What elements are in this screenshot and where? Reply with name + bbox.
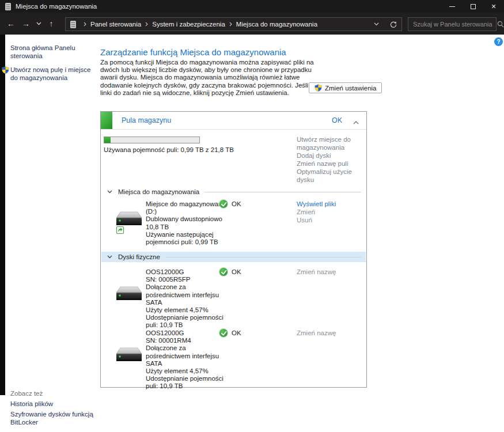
sidebar-item-create-pool-label: Utwórz nową pulę i miejsce do magazynowa… [10,66,90,81]
sidebar-link-bitlocker[interactable]: Szyfrowanie dysków funkcją BitLocker [10,411,97,426]
physical-drive-details: OOS12000G SN: 0005R5FP Dołączone za pośr… [146,268,230,329]
storage-space-resiliency: Dublowany dwustopniowo [146,215,230,223]
forward-button[interactable]: → [18,19,33,28]
chevron-down-icon [36,22,41,25]
breadcrumb-separator-icon [84,22,86,26]
drive-attach-line3: SATA [146,299,230,306]
physical-drive-icon [116,347,143,363]
chevron-down-icon [107,190,112,194]
close-icon: × [491,2,496,10]
window-title: Miejsca do magazynowania [16,3,97,10]
storage-space-name: Miejsce do magazynowania [146,200,230,208]
pool-task-links: Utwórz miejsce do magazynowania Dodaj dy… [297,135,368,184]
rename-drive-link[interactable]: Zmień nazwę [297,329,336,337]
drive-capacity-line2: puli: 10,9 TB [146,321,230,329]
sidebar-link-file-history[interactable]: Historia plików [10,400,97,408]
breadcrumb-separator-icon [229,22,232,26]
page-title: Zarządzanie funkcją Miejsca do magazynow… [100,47,286,57]
drive-attach-line2: pośrednictwem interfejsu [146,291,230,299]
minimize-button[interactable] [442,0,463,13]
ok-check-icon [219,329,228,337]
see-also-header: Zobacz też [10,390,43,397]
storage-space-drive-icon [116,211,143,236]
chevron-down-icon [107,255,112,259]
storage-space-drive-letter: (D:) [146,208,230,215]
physical-drive-icon [116,286,143,302]
address-dropdown-button[interactable] [374,22,379,26]
section-storage-spaces-label: Miejsca do magazynowania [118,188,199,195]
maximize-icon [471,4,476,9]
window-edge-strip [0,35,5,395]
back-button[interactable]: ← [3,19,18,28]
storage-space-links: Wyświetl pliki Zmień Usuń [297,200,336,224]
section-rule [165,257,361,257]
task-create-storage-space[interactable]: Utwórz miejsce do magazynowania [297,135,368,151]
navigation-bar: ← → ↑ Panel sterowania System i zabezpie… [0,13,504,35]
title-bar: Miejsca do magazynowania × [0,0,504,13]
minimize-icon [449,6,455,7]
address-drive-icon [70,21,76,28]
sidebar-item-control-panel-home[interactable]: Strona główna Panelu sterowania [10,44,98,60]
chevron-down-icon [374,22,379,26]
task-optimize-drive-usage[interactable]: Optymalizuj użycie dysku [297,168,368,184]
sidebar-item-create-pool[interactable]: Utwórz nową pulę i miejsce do magazynowa… [10,66,98,82]
drive-model: OOS12000G [146,329,230,337]
change-settings-label: Zmień ustawienia [325,85,376,92]
breadcrumb-separator-icon [145,22,148,26]
refresh-button[interactable] [389,21,397,28]
rename-drive-link[interactable]: Zmień nazwę [297,268,336,276]
change-settings-button[interactable]: Zmień ustawienia [309,82,382,93]
physical-drive-details: OOS12000G SN: 00001RM4 Dołączone za pośr… [146,329,230,391]
task-add-drives[interactable]: Dodaj dyski [297,151,368,160]
search-input[interactable] [408,21,497,28]
search-box[interactable] [408,17,497,31]
address-bar[interactable]: Panel sterowania System i zabezpieczenia… [65,17,402,31]
chevron-up-icon [353,121,359,124]
pool-usage-progressbar-fill [104,137,111,143]
drive-used-percent: Użyty element 4,57% [146,306,230,314]
close-button[interactable]: × [483,0,504,13]
pool-usage-progressbar [104,137,200,143]
storage-space-usage-line1: Używanie następującej [146,231,230,238]
delete-space-link[interactable]: Usuń [297,216,336,224]
drive-attach-line3: SATA [146,360,230,367]
breadcrumb-control-panel[interactable]: Panel sterowania [90,21,141,28]
storage-space-status-text: OK [232,200,241,207]
storage-space-size: 10,8 TB [146,223,230,231]
recent-pages-dropdown[interactable] [33,22,44,25]
ok-check-icon [219,268,228,276]
storage-space-details: Miejsce do magazynowania (D:) Dublowany … [146,200,230,246]
physical-drive-status: OK [219,268,241,276]
physical-drive-status: OK [219,329,241,337]
drive-used-percent: Użyty element 4,57% [146,367,230,375]
section-rule [204,192,361,192]
up-button[interactable]: ↑ [44,19,59,28]
physical-drive-links: Zmień nazwę [297,329,336,337]
drive-serial: SN: 00001RM4 [146,337,230,344]
change-space-link[interactable]: Zmień [297,208,336,216]
pool-title: Pula magazynu [122,112,171,129]
refresh-icon [389,21,397,28]
search-icon[interactable] [497,21,504,28]
ok-check-icon [219,200,228,208]
drive-model: OOS12000G [146,268,230,276]
physical-drive-links: Zmień nazwę [297,268,336,276]
pool-collapse-button[interactable] [353,119,359,126]
section-physical-drives-label: Dyski fizyczne [118,253,160,260]
physical-drive-status-text: OK [232,329,241,336]
physical-drive-status-text: OK [232,268,241,275]
drive-serial: SN: 0005R5FP [146,276,230,283]
drive-attach-line1: Dołączone za [146,283,230,291]
section-storage-spaces[interactable]: Miejsca do magazynowania [101,187,366,197]
section-physical-drives[interactable]: Dyski fizyczne [101,252,366,262]
maximize-button[interactable] [463,0,483,13]
task-rename-pool[interactable]: Zmień nazwę puli [297,160,368,168]
view-files-link[interactable]: Wyświetl pliki [297,200,336,208]
uac-shield-icon [314,84,322,92]
app-drive-icon [5,3,11,10]
breadcrumb-system-security[interactable]: System i zabezpieczenia [152,21,225,28]
pool-status-badge: OK [332,112,342,129]
storage-space-usage-line2: pojemności puli: 0,99 TB [146,238,230,246]
help-icon[interactable]: ? [494,37,503,46]
breadcrumb-storage-spaces[interactable]: Miejsca do magazynowania [236,21,317,28]
